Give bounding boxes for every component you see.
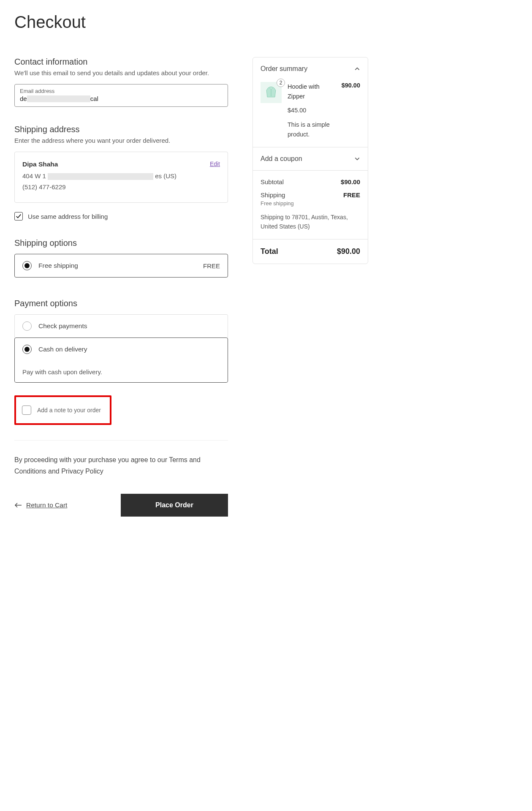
item-thumbnail-wrap: 2 [261, 82, 282, 103]
chevron-up-icon [354, 66, 360, 72]
shipping-options-heading: Shipping options [14, 238, 228, 248]
summary-line-item: 2 Hoodie with Zipper $45.00 This is a si… [261, 82, 360, 139]
shipping-option-radio[interactable] [22, 261, 32, 270]
shipping-option-label: Free shipping [38, 262, 196, 269]
grand-total-section: Total $90.00 [253, 239, 368, 264]
summary-title: Order summary [261, 65, 307, 73]
check-icon [16, 213, 22, 219]
totals-section: Subtotal $90.00 Shipping FREE Free shipp… [253, 171, 368, 239]
payment-options-heading: Payment options [14, 299, 228, 308]
email-suffix: cal [90, 95, 98, 102]
subtotal-value: $90.00 [341, 178, 360, 185]
shipping-label: Shipping [261, 191, 285, 199]
separator [14, 440, 228, 441]
arrow-left-icon [14, 503, 22, 508]
addr-redacted [48, 173, 153, 180]
coupon-section: Add a coupon [253, 147, 368, 171]
add-note-label: Add a note to your order [37, 407, 101, 414]
addr-prefix: 404 W 1 [22, 172, 46, 180]
coupon-label: Add a coupon [261, 155, 302, 163]
address-line1: 404 W 1 es (US) [22, 172, 220, 180]
hoodie-icon [263, 85, 279, 100]
email-prefix: de [20, 95, 27, 102]
edit-address-link[interactable]: Edit [210, 161, 220, 167]
item-qty-badge: 2 [277, 79, 285, 87]
terms-text: By proceeding with your purchase you agr… [14, 454, 228, 477]
footer-actions: Return to Cart Place Order [14, 494, 228, 517]
summary-toggle[interactable]: Order summary [261, 65, 360, 73]
item-unit-price: $45.00 [288, 106, 336, 115]
contact-heading: Contact information [14, 57, 228, 67]
payment-option-check[interactable]: Check payments [14, 314, 228, 337]
payment-option-radio-cod[interactable] [22, 345, 32, 354]
email-redacted [27, 95, 90, 102]
shipping-value: FREE [343, 191, 360, 199]
payment-option-label-cod: Cash on delivery [38, 346, 220, 353]
billing-checkbox[interactable] [14, 212, 23, 220]
add-note-highlight: Add a note to your order [14, 395, 111, 425]
shipping-option-price: FREE [203, 262, 220, 269]
payment-option-desc-cod: Pay with cash upon delivery. [22, 368, 220, 376]
subtotal-label: Subtotal [261, 178, 284, 185]
billing-checkbox-label: Use same address for billing [28, 213, 108, 220]
payment-options-section: Payment options Check payments Cash on d… [14, 299, 228, 383]
shipping-address-heading: Shipping address [14, 125, 228, 134]
return-to-cart-link[interactable]: Return to Cart [14, 501, 67, 509]
shipping-destination: Shipping to 78701, Austin, Texas, United… [261, 212, 360, 231]
total-value: $90.00 [337, 247, 360, 256]
payment-option-radio-check[interactable] [22, 321, 32, 331]
place-order-button[interactable]: Place Order [121, 494, 228, 517]
shipping-option-free[interactable]: Free shipping FREE [14, 254, 228, 278]
shipping-method: Free shipping [261, 200, 360, 207]
address-name: Dipa Shaha [22, 161, 220, 168]
payment-option-label-check: Check payments [38, 322, 220, 330]
address-phone: (512) 477-6229 [22, 183, 220, 191]
item-name: Hoodie with Zipper [288, 82, 336, 101]
page-title: Checkout [14, 13, 518, 32]
total-label: Total [261, 247, 278, 256]
summary-header-section: Order summary 2 [253, 57, 368, 147]
contact-desc: We'll use this email to send you details… [14, 69, 228, 76]
shipping-address-desc: Enter the address where you want your or… [14, 137, 228, 144]
contact-section: Contact information We'll use this email… [14, 57, 228, 107]
return-link-text: Return to Cart [26, 501, 67, 509]
address-card: Edit Dipa Shaha 404 W 1 es (US) (512) 47… [14, 152, 228, 203]
shipping-address-section: Shipping address Enter the address where… [14, 125, 228, 220]
item-line-total: $90.00 [342, 82, 360, 139]
billing-checkbox-row[interactable]: Use same address for billing [14, 212, 228, 220]
payment-option-cod[interactable]: Cash on delivery Pay with cash upon deli… [14, 337, 228, 383]
add-note-row[interactable]: Add a note to your order [22, 406, 104, 415]
email-label: Email address [20, 88, 223, 94]
order-summary-card: Order summary 2 [252, 57, 368, 264]
item-desc: This is a simple product. [288, 120, 336, 139]
add-note-checkbox[interactable] [22, 406, 31, 415]
addr-suffix: es (US) [155, 172, 176, 180]
payment-options-list: Check payments Cash on delivery Pay with… [14, 314, 228, 383]
coupon-toggle[interactable]: Add a coupon [261, 155, 360, 163]
shipping-options-section: Shipping options Free shipping FREE [14, 238, 228, 278]
chevron-down-icon [354, 156, 360, 162]
email-input-wrap[interactable]: Email address de cal [14, 84, 228, 107]
